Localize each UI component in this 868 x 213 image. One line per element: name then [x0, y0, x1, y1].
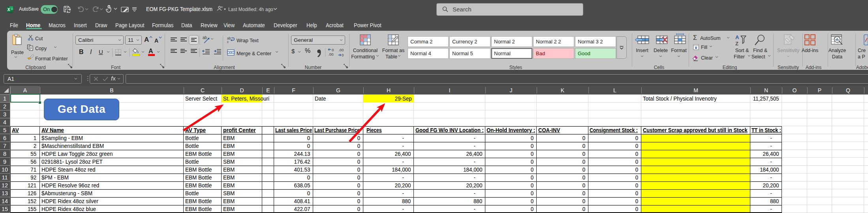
- svg-text:X: X: [8, 7, 10, 12]
- svg-text:0: 0: [332, 48, 334, 52]
- svg-text:ab: ab: [203, 36, 207, 40]
- svg-text:.00: .00: [328, 52, 333, 56]
- svg-text:A: A: [735, 34, 739, 40]
- svg-text:.00: .00: [338, 48, 344, 52]
- svg-text:Z: Z: [735, 41, 738, 46]
- svg-text:0: 0: [342, 53, 344, 57]
